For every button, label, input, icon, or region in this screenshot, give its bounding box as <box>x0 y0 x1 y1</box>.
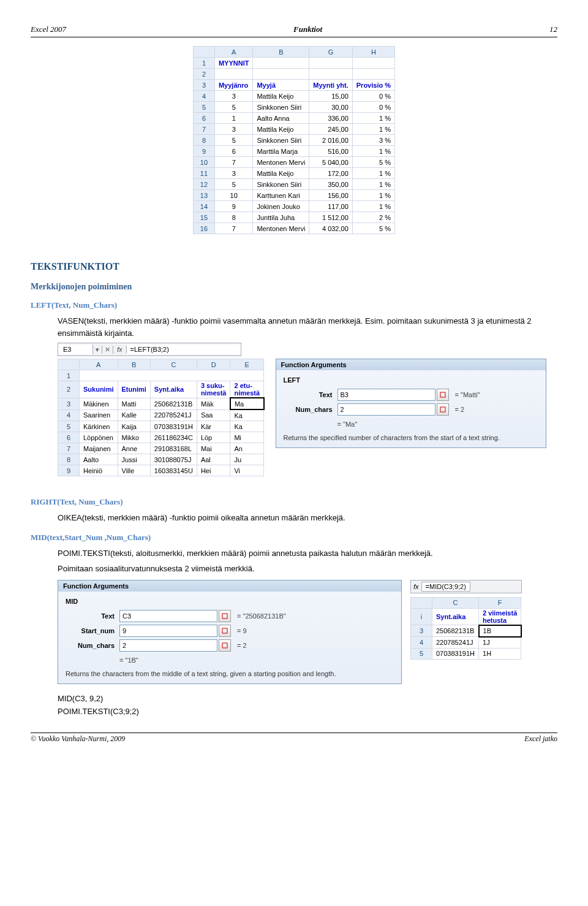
col-G: G <box>309 47 352 58</box>
table-row: 9 6 Marttila Marja 516,00 1 % <box>193 146 394 157</box>
formula-bar-1: E3 ▾ ✕ fx =LEFT(B3;2) <box>58 343 241 356</box>
num-input[interactable]: 2 <box>119 639 217 652</box>
formula-text[interactable]: =LEFT(B3;2) <box>127 345 241 354</box>
text-input[interactable]: C3 <box>119 610 217 622</box>
field-label-text: Text <box>284 391 337 398</box>
left-paragraph: VASEN(teksti, merkkien määrä) -funktio p… <box>58 315 557 339</box>
subsec-poiminen: Merkkijonojen poimiminen <box>31 282 557 292</box>
table-row: 5 5 Sinkkonen Siiri 30,00 0 % <box>193 102 394 113</box>
num-input[interactable]: 2 <box>337 403 435 416</box>
mid-paragraph-2: Poimitaan sosiaaliturvatunnuksesta 2 vii… <box>58 563 557 575</box>
formula-text[interactable]: =MID(C3;9;2) <box>421 582 470 592</box>
table-row: 8 Aalto Jussi 301088075J Aal Ju <box>58 454 264 465</box>
table-row: 4 3 Mattila Keijo 15,00 0 % <box>193 91 394 102</box>
table-row: 3 250682131B 1B <box>411 625 521 637</box>
table-row: 14 9 Jokinen Jouko 117,00 1 % <box>193 201 394 212</box>
func-right-heading: RIGHT(Text, Num_Chars) <box>31 497 557 507</box>
title: MYYNNIT <box>214 58 253 69</box>
table-row: 11 3 Mattila Keijo 172,00 1 % <box>193 168 394 179</box>
mid-formula-2: POIMI.TEKSTI(C3;9;2) <box>58 706 557 718</box>
num-eq: = 2 <box>455 406 465 413</box>
table-row: 12 5 Sinkkonen Siiri 350,00 1 % <box>193 179 394 190</box>
field-label-start: Start_num <box>66 627 119 634</box>
svg-rect-4 <box>222 643 227 648</box>
header-divider <box>31 37 557 37</box>
svg-rect-2 <box>222 614 227 619</box>
function-args-mid-dialog: Function Arguments MID Text C3 = "250682… <box>58 580 402 684</box>
start-eq: = 9 <box>237 627 247 634</box>
range-select-icon[interactable] <box>219 610 231 622</box>
svg-rect-0 <box>440 392 445 397</box>
col-A: A <box>214 47 253 58</box>
fn-name-mid: MID <box>66 598 394 605</box>
header-left: Excel 2007 <box>31 25 66 34</box>
start-input[interactable]: 9 <box>119 625 217 637</box>
namebox-dropdown-icon[interactable]: ▾ <box>93 346 102 354</box>
table-row: 4 220785241J 1J <box>411 637 521 649</box>
hetu-table: C F i Synt.aika 2 viimeistä hetusta 3 25… <box>410 597 522 660</box>
range-select-icon[interactable] <box>437 389 449 401</box>
dialog-title: Function Arguments <box>58 581 401 592</box>
table-row: 9 Heiniö Ville 160383145U Hei Vi <box>58 465 264 476</box>
svg-rect-1 <box>440 407 445 412</box>
table-row: 13 10 Karttunen Kari 156,00 1 % <box>193 190 394 201</box>
return-value: = "Ma" <box>337 421 538 428</box>
text-eq: = "Matti" <box>455 391 480 398</box>
table-row: 5 070383191H 1H <box>411 648 521 659</box>
sales-table: A B G H 1MYYNNIT 2 3 Myyjänro Myyjä Myyn… <box>193 46 395 234</box>
table-row: 3 Mäkinen Matti 250682131B Mäk Ma <box>58 398 264 409</box>
table-row: 7 3 Mattila Keijo 245,00 1 % <box>193 124 394 135</box>
range-select-icon[interactable] <box>219 625 231 637</box>
num-eq: = 2 <box>237 642 247 649</box>
name-box[interactable]: E3 <box>58 345 93 354</box>
svg-rect-3 <box>222 628 227 633</box>
mid-formula-1: MID(C3, 9,2) <box>58 693 557 705</box>
function-args-left-dialog: Function Arguments LEFT Text B3 = "Matti… <box>276 359 546 448</box>
func-mid-heading: MID(text,Start_Num ,Num_Chars) <box>31 533 557 542</box>
dialog-desc: Returns the specified number of characte… <box>284 434 538 441</box>
fn-name-left: LEFT <box>284 376 538 384</box>
section-tekstifunktiot: TEKSTIFUNKTIOT <box>31 261 557 272</box>
col-H: H <box>352 47 394 58</box>
dialog-title: Function Arguments <box>276 359 546 370</box>
corner <box>193 47 214 58</box>
table-row: 5 Kärkinen Kaija 070383191H Kär Ka <box>58 421 264 432</box>
range-select-icon[interactable] <box>219 639 231 652</box>
field-label-num: Num_chars <box>284 406 337 413</box>
cancel-icon[interactable]: ✕ <box>102 346 113 354</box>
text-eq: = "250682131B" <box>237 612 286 620</box>
table-row: 8 5 Sinkkonen Siiri 2 016,00 3 % <box>193 135 394 146</box>
field-label-num: Num_chars <box>66 642 119 649</box>
text-input[interactable]: B3 <box>337 389 435 401</box>
func-left-heading: LEFT(Text, Num_Chars) <box>31 300 557 310</box>
names-table: A B C D E 1 2 Sukunimi Etunimi Synt.aika… <box>58 359 265 476</box>
field-label-text: Text <box>66 612 119 620</box>
footer-left: © Vuokko Vanhala-Nurmi, 2009 <box>31 734 125 744</box>
table-row: 15 8 Junttila Juha 1 512,00 2 % <box>193 212 394 223</box>
table-row: 6 1 Aalto Anna 336,00 1 % <box>193 113 394 124</box>
header-right: 12 <box>549 25 557 34</box>
return-value: = "1B" <box>119 657 394 664</box>
dialog-desc: Returns the characters from the middle o… <box>66 670 394 677</box>
range-select-icon[interactable] <box>437 403 449 416</box>
col-B: B <box>253 47 309 58</box>
fx-icon[interactable]: fx <box>413 583 419 590</box>
table-row: 10 7 Mentonen Mervi 5 040,00 5 % <box>193 157 394 168</box>
fx-icon[interactable]: fx <box>113 346 127 353</box>
table-row: 6 Löppönen Mikko 261186234C Löp Mi <box>58 432 264 443</box>
table-row: 7 Maijanen Anne 291083168L Mai An <box>58 443 264 454</box>
formula-bar-2: fx =MID(C3;9;2) <box>410 580 522 593</box>
mid-paragraph-1: POIMI.TEKSTI(teksti, aloitusmerkki, merk… <box>58 547 557 560</box>
right-paragraph: OIKEA(teksti, merkkien määrä) -funktio p… <box>58 512 557 524</box>
header-center: Funktiot <box>293 25 322 34</box>
table-row: 16 7 Mentonen Mervi 4 032,00 5 % <box>193 223 394 234</box>
footer-right: Excel jatko <box>524 734 557 744</box>
table-row: 4 Saarinen Kalle 220785241J Saa Ka <box>58 409 264 421</box>
